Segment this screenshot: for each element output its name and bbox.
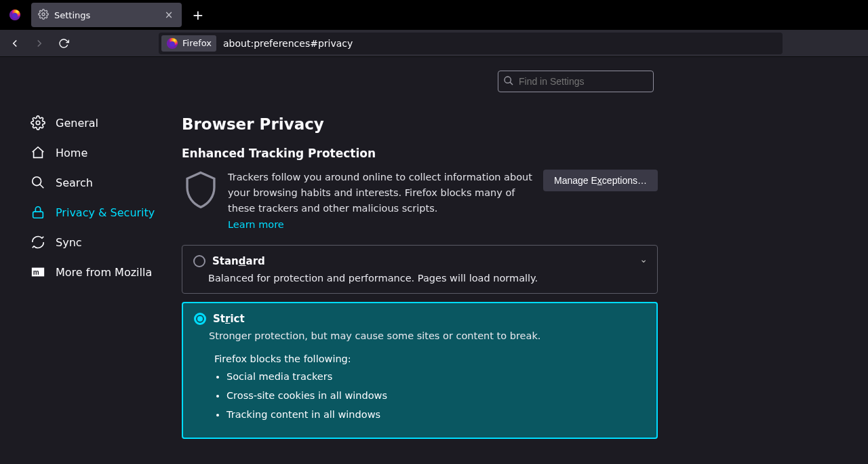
sidebar-item-search[interactable]: Search xyxy=(23,168,182,197)
sidebar-item-label: More from Mozilla xyxy=(56,266,152,279)
list-item: Tracking content in all windows xyxy=(226,409,646,420)
main-panel: Browser Privacy Enhanced Tracking Protec… xyxy=(182,57,658,464)
svg-point-6 xyxy=(33,177,41,186)
sidebar-item-privacy[interactable]: Privacy & Security xyxy=(23,197,182,227)
sidebar-item-label: Privacy & Security xyxy=(56,206,155,219)
page-title: Browser Privacy xyxy=(182,115,658,133)
list-item: Social media trackers xyxy=(226,371,646,382)
blocks-label: Firefox blocks the following: xyxy=(214,353,646,364)
search-icon xyxy=(30,174,46,191)
gear-icon xyxy=(30,115,46,131)
forward-button[interactable] xyxy=(28,33,50,54)
firefox-logo-icon xyxy=(166,37,178,50)
category-sidebar: General Home Search Privacy & Security xyxy=(23,57,182,464)
url-bar[interactable]: Firefox about:preferences#privacy xyxy=(159,33,783,54)
svg-point-5 xyxy=(36,121,40,125)
svg-point-2 xyxy=(42,13,45,16)
option-title-standard: Standard xyxy=(212,255,265,267)
shield-icon xyxy=(182,170,220,214)
option-title-strict: Strict xyxy=(213,313,245,325)
app-menu-button[interactable] xyxy=(0,0,30,30)
sidebar-item-label: General xyxy=(56,117,98,130)
radio-standard[interactable] xyxy=(193,255,205,267)
list-item: Cross-site cookies in all windows xyxy=(226,390,646,401)
radio-strict[interactable] xyxy=(194,313,206,325)
sidebar-item-more-mozilla[interactable]: m More from Mozilla xyxy=(23,257,182,287)
svg-point-1 xyxy=(12,13,18,18)
home-icon xyxy=(30,144,46,161)
gear-icon xyxy=(38,9,49,22)
identity-label: Firefox xyxy=(182,38,212,48)
manage-exceptions-button[interactable]: Manage Exceptions… xyxy=(543,170,658,191)
preferences-content: General Home Search Privacy & Security xyxy=(0,57,868,464)
svg-rect-7 xyxy=(33,212,43,218)
firefox-logo-icon xyxy=(9,9,21,21)
url-text: about:preferences#privacy xyxy=(216,38,353,49)
identity-badge[interactable]: Firefox xyxy=(161,35,216,52)
chevron-down-icon[interactable]: ⌄ xyxy=(639,254,648,265)
navigation-toolbar: Firefox about:preferences#privacy xyxy=(0,30,868,57)
svg-point-4 xyxy=(170,41,175,46)
sidebar-item-home[interactable]: Home xyxy=(23,138,182,168)
settings-search-input[interactable] xyxy=(498,71,654,92)
tab-settings[interactable]: Settings × xyxy=(31,3,182,27)
reload-button[interactable] xyxy=(53,33,75,54)
sidebar-item-label: Search xyxy=(56,176,93,189)
tab-label: Settings xyxy=(54,10,157,20)
option-desc-strict: Stronger protection, but may cause some … xyxy=(209,330,646,341)
sidebar-item-general[interactable]: General xyxy=(23,108,182,138)
section-title: Enhanced Tracking Protection xyxy=(182,147,658,160)
back-button[interactable] xyxy=(4,33,26,54)
etp-description: Trackers follow you around online to col… xyxy=(228,172,532,214)
mozilla-icon: m xyxy=(30,264,46,280)
lock-icon xyxy=(30,204,46,220)
sync-icon xyxy=(30,234,46,250)
tab-strip: Settings × + xyxy=(0,0,868,30)
etp-option-standard[interactable]: Standard ⌄ Balanced for protection and p… xyxy=(182,245,658,294)
option-desc-standard: Balanced for protection and performance.… xyxy=(208,273,646,284)
learn-more-link[interactable]: Learn more xyxy=(228,219,284,230)
etp-description-block: Trackers follow you around online to col… xyxy=(228,170,535,233)
sidebar-item-label: Home xyxy=(56,147,87,159)
close-tab-button[interactable]: × xyxy=(163,9,175,21)
etp-option-strict[interactable]: Strict Stronger protection, but may caus… xyxy=(182,302,658,439)
new-tab-button[interactable]: + xyxy=(187,4,209,26)
svg-text:m: m xyxy=(33,269,39,276)
sidebar-item-label: Sync xyxy=(56,236,82,249)
sidebar-item-sync[interactable]: Sync xyxy=(23,227,182,257)
blocks-list: Social media trackers Cross-site cookies… xyxy=(226,371,646,420)
